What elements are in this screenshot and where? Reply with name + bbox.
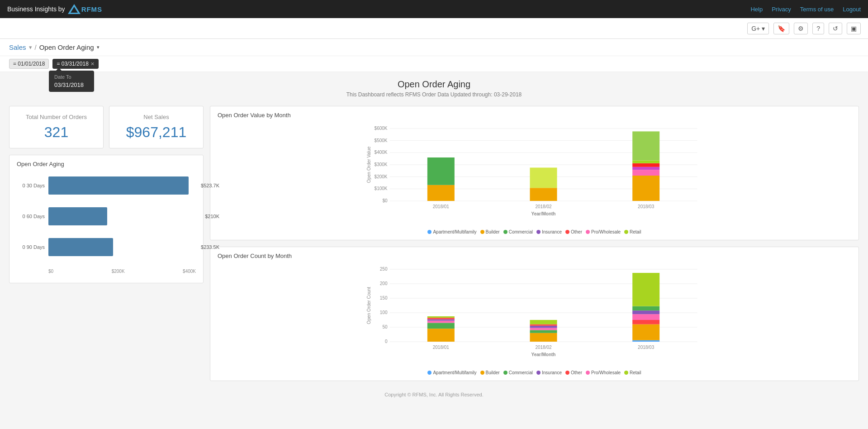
legend-item: Pro/Wholesale [586,370,621,375]
legend-dot [427,371,432,375]
svg-text:$0: $0 [382,198,388,203]
svg-rect-54 [530,320,557,324]
svg-text:2018/03: 2018/03 [638,345,655,350]
kpi-row: Total Number of Orders 321 Net Sales $96… [9,106,204,148]
nav-logout[interactable]: Logout [843,6,861,13]
breadcrumb-parent[interactable]: Sales [9,43,26,51]
legend-label: Apartment/Multifamily [433,229,476,234]
aging-bar-chart: 0 30 Days $523.7K 0 60 Days $210K 0 90 D… [17,173,196,277]
rfms-logo: RFMS [68,4,103,14]
bar-value: $523.7K [201,183,219,188]
kpi-sales-value: $967,211 [119,124,194,141]
legend-dot [624,371,628,375]
legend-item: Other [565,229,582,234]
svg-text:$300K: $300K [375,162,388,167]
svg-text:150: 150 [380,296,388,300]
svg-text:$600K: $600K [375,126,388,131]
legend-item: Retail [624,229,641,234]
bar-chart-svg: $600K$500K$400K$300K$200K$100K$0Open Ord… [218,124,851,224]
logo-triangle [68,4,81,14]
page-subtitle: This Dashboard reflects RFMS Order Data … [9,91,859,98]
legend-dot [565,230,569,234]
legend-label: Retail [630,370,641,375]
svg-text:0: 0 [385,339,388,344]
share-button[interactable]: ▣ [847,23,861,34]
legend-label: Insurance [542,370,562,375]
breadcrumb-current: Open Order Aging [39,43,94,51]
svg-rect-60 [632,310,659,314]
filter-to-close[interactable]: ✕ [90,61,95,67]
svg-rect-57 [632,324,659,340]
legend-item: Other [565,370,582,375]
bar-fill [48,176,189,195]
svg-text:200: 200 [380,281,388,286]
kpi-sales-label: Net Sales [119,114,194,120]
bar-track: $523.7K [48,176,196,195]
bar-fill [48,238,113,256]
svg-rect-45 [427,319,455,320]
legend-label: Builder [486,229,500,234]
bar-label: 0 30 Days [17,183,48,188]
bar-track: $210K [48,207,196,225]
svg-text:$100K: $100K [375,186,388,191]
help-button[interactable]: ? [812,23,824,34]
legend-item: Insurance [536,229,562,234]
legend-label: Insurance [542,229,562,234]
svg-rect-21 [632,176,659,201]
nav-privacy[interactable]: Privacy [772,6,791,13]
nav-terms[interactable]: Terms of use [800,6,834,13]
svg-rect-43 [427,323,455,329]
legend-item: Builder [480,229,500,234]
breadcrumb-arrow: ▾ [29,44,32,51]
legend-dot [480,230,484,234]
svg-text:$200K: $200K [375,174,388,179]
h-bar-x-axis: $0$200K$400K [17,269,196,274]
svg-text:2018/01: 2018/01 [433,204,450,209]
legend-item: Commercial [503,370,533,375]
svg-rect-46 [427,318,455,319]
filter-to-label: = 03/31/2018 [57,61,88,67]
date-to-tooltip: Date To 03/31/2018 [49,71,94,92]
bar-fill [48,207,107,225]
breadcrumb-dropdown-arrow[interactable]: ▾ [97,44,100,50]
svg-rect-44 [427,321,455,323]
brand-text: Business Insights by [7,5,65,13]
aging-chart-card: Open Order Aging 0 30 Days $523.7K 0 60 … [9,155,204,283]
legend-item: Commercial [503,229,533,234]
svg-rect-51 [530,328,557,330]
svg-text:$500K: $500K [375,138,388,143]
order-value-chart: $600K$500K$400K$300K$200K$100K$0Open Ord… [218,124,851,234]
filter-from-pill[interactable]: = 01/01/2018 [9,59,49,69]
refresh-button[interactable]: ↺ [829,23,842,34]
legend-dot [586,230,590,234]
kpi-orders-label: Total Number of Orders [19,114,94,120]
filter-button[interactable]: ⚙ [794,23,808,34]
legend-dot [503,371,508,375]
svg-text:Year/Month: Year/Month [531,211,556,216]
top-bar: Business Insights by RFMS Help Privacy T… [0,0,868,18]
legend-dot [586,371,590,375]
svg-rect-62 [632,273,659,306]
legend-item: Insurance [536,370,562,375]
svg-rect-24 [632,163,659,167]
svg-text:Open Order Count: Open Order Count [366,287,371,324]
legend-label: Apartment/Multifamily [433,370,476,375]
legend-dot [536,371,541,375]
nav-help[interactable]: Help [750,6,763,13]
svg-rect-50 [530,330,557,333]
page-title: Open Order Aging [9,79,859,90]
svg-rect-25 [632,160,659,163]
legend-label: Other [571,229,582,234]
main-content: Open Order Aging This Dashboard reflects… [0,72,868,414]
google-plus-button[interactable]: G+ ▾ [747,23,769,34]
legend-dot [565,371,569,375]
svg-text:$400K: $400K [375,150,388,155]
bookmark-button[interactable]: 🔖 [773,23,789,34]
chart-legend: Apartment/Multifamily Builder Commercial… [218,370,851,375]
order-count-chart-card: Open Order Count by Month 25020015010050… [210,247,859,381]
breadcrumb-row: Sales ▾ / Open Order Aging ▾ [0,39,868,56]
svg-rect-49 [530,333,557,342]
svg-rect-59 [632,314,659,320]
legend-dot [427,230,432,234]
x-axis-label: $0 [48,269,53,274]
